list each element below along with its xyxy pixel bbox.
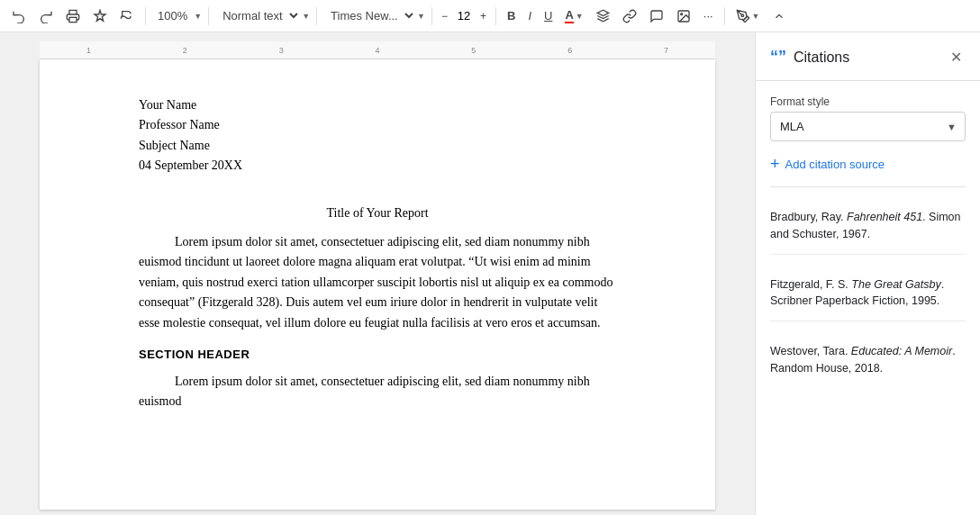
svg-point-3 bbox=[741, 14, 744, 17]
divider-4 bbox=[431, 7, 432, 25]
pen-mode-button[interactable]: ▼ bbox=[731, 6, 765, 26]
divider-3 bbox=[316, 7, 317, 25]
format-select-wrapper: MLA APA Chicago ▼ bbox=[770, 112, 966, 141]
add-citation-label: Add citation source bbox=[785, 158, 885, 171]
link-button[interactable] bbox=[618, 6, 641, 26]
highlight-button[interactable] bbox=[592, 6, 614, 25]
sidebar-title-row: “” Citations bbox=[770, 48, 849, 67]
citation-item-3: Westover, Tara. Educated: A Memoir. Rand… bbox=[770, 332, 966, 388]
sidebar-title: Citations bbox=[794, 50, 849, 66]
text-style-select[interactable]: Normal text bbox=[215, 5, 301, 26]
professor-line: Professor Name bbox=[139, 115, 616, 135]
font-size-decrease[interactable]: − bbox=[439, 8, 450, 24]
bold-button[interactable]: B bbox=[503, 6, 520, 25]
italic-button[interactable]: I bbox=[523, 6, 536, 25]
zoom-control[interactable]: 100% ▼ bbox=[152, 6, 202, 25]
ruler-mark-2: 2 bbox=[183, 46, 187, 55]
ruler-marks: 1 2 3 4 5 6 7 bbox=[86, 46, 668, 55]
svg-rect-0 bbox=[69, 17, 77, 22]
paragraph-2: Lorem ipsum dolor sit amet, consectetuer… bbox=[139, 372, 616, 412]
ruler: 1 2 3 4 5 6 7 bbox=[40, 41, 715, 59]
ruler-container: 1 2 3 4 5 6 7 bbox=[40, 41, 715, 59]
text-color-button[interactable]: A ▼ bbox=[560, 5, 587, 26]
undo-button[interactable] bbox=[7, 6, 31, 26]
document-date: 04 September 20XX bbox=[139, 158, 242, 172]
close-sidebar-button[interactable]: ✕ bbox=[947, 45, 966, 69]
format-style-select[interactable]: MLA APA Chicago bbox=[770, 112, 966, 141]
section-header: SECTION HEADER bbox=[139, 346, 616, 365]
citation-item-2: Fitzgerald, F. S. The Great Gatsby. Scri… bbox=[770, 266, 966, 322]
redo-button[interactable] bbox=[34, 6, 58, 26]
divider-5 bbox=[495, 7, 496, 25]
comment-button[interactable] bbox=[645, 6, 668, 26]
text-style-arrow: ▼ bbox=[302, 12, 310, 21]
document-title: Title of Your Report bbox=[139, 203, 616, 223]
font-family-select[interactable]: Times New... bbox=[323, 5, 416, 26]
format-paint-button[interactable] bbox=[115, 6, 139, 26]
more-button[interactable]: ··· bbox=[699, 6, 718, 25]
font-family-dropdown[interactable]: Times New... ▼ bbox=[323, 5, 425, 26]
citation-1-before: Bradbury, Ray. bbox=[770, 211, 847, 223]
ruler-mark-6: 6 bbox=[567, 46, 572, 55]
format-style-section: Format style MLA APA Chicago ▼ bbox=[770, 95, 966, 141]
font-family-arrow: ▼ bbox=[417, 12, 425, 21]
text-color-label: A bbox=[565, 8, 573, 23]
image-button[interactable] bbox=[672, 6, 695, 26]
collapse-toolbar-button[interactable] bbox=[768, 7, 790, 25]
citation-1-italic: Fahrenheit 451 bbox=[847, 211, 922, 223]
toolbar: 100% ▼ Normal text ▼ Times New... ▼ − 12… bbox=[0, 0, 980, 32]
document-area: 1 2 3 4 5 6 7 Your Name Professor Name bbox=[0, 32, 755, 515]
subject-name: Subject Name bbox=[139, 139, 210, 152]
citation-quote-icon: “” bbox=[770, 48, 786, 67]
add-citation-button[interactable]: + Add citation source bbox=[770, 152, 966, 176]
ruler-mark-5: 5 bbox=[471, 46, 476, 55]
document-page[interactable]: Your Name Professor Name Subject Name 04… bbox=[40, 59, 715, 510]
print-button[interactable] bbox=[61, 6, 85, 26]
author-name-line: Your Name bbox=[139, 95, 616, 115]
zoom-arrow: ▼ bbox=[194, 12, 202, 21]
citation-3-before: Westover, Tara. bbox=[770, 345, 851, 357]
underline-button[interactable]: U bbox=[540, 6, 557, 25]
add-icon: + bbox=[770, 156, 780, 172]
citation-2-before: Fitzgerald, F. S. bbox=[770, 278, 851, 291]
divider-1 bbox=[145, 7, 146, 25]
spellcheck-button[interactable] bbox=[88, 6, 112, 26]
ruler-mark-7: 7 bbox=[664, 46, 668, 55]
sidebar-body: Format style MLA APA Chicago ▼ + Add cit… bbox=[756, 81, 980, 402]
author-name: Your Name bbox=[139, 98, 196, 112]
page-content: Your Name Professor Name Subject Name 04… bbox=[139, 95, 616, 411]
paragraph-1: Lorem ipsum dolor sit amet, consectetuer… bbox=[139, 232, 616, 333]
ruler-mark-4: 4 bbox=[375, 46, 379, 55]
date-line: 04 September 20XX bbox=[139, 156, 616, 176]
font-size-increase[interactable]: + bbox=[477, 8, 489, 24]
zoom-value[interactable]: 100% bbox=[152, 6, 193, 25]
citation-2-italic: The Great Gatsby bbox=[851, 278, 940, 291]
svg-point-2 bbox=[680, 13, 682, 14]
ruler-mark-1: 1 bbox=[86, 46, 91, 55]
divider-2 bbox=[208, 7, 209, 25]
sidebar-header: “” Citations ✕ bbox=[756, 32, 980, 81]
ruler-mark-3: 3 bbox=[279, 46, 284, 55]
citation-3-italic: Educated: A Memoir bbox=[851, 345, 952, 357]
text-color-arrow: ▼ bbox=[576, 12, 584, 21]
professor-name: Professor Name bbox=[139, 118, 220, 131]
font-size-input[interactable]: 12 bbox=[450, 9, 477, 23]
citation-item-1: Bradbury, Ray. Fahrenheit 451. Simon and… bbox=[770, 198, 966, 255]
citation-list-divider bbox=[770, 186, 966, 187]
divider-6 bbox=[724, 7, 725, 25]
citations-sidebar: “” Citations ✕ Format style MLA APA Chic… bbox=[755, 32, 980, 515]
main-layout: 1 2 3 4 5 6 7 Your Name Professor Name bbox=[0, 32, 980, 515]
format-style-label: Format style bbox=[770, 95, 966, 108]
font-size-control[interactable]: − 12 + bbox=[439, 8, 489, 24]
pen-arrow: ▼ bbox=[752, 12, 760, 21]
subject-line: Subject Name bbox=[139, 136, 616, 156]
text-style-dropdown[interactable]: Normal text ▼ bbox=[215, 5, 310, 26]
